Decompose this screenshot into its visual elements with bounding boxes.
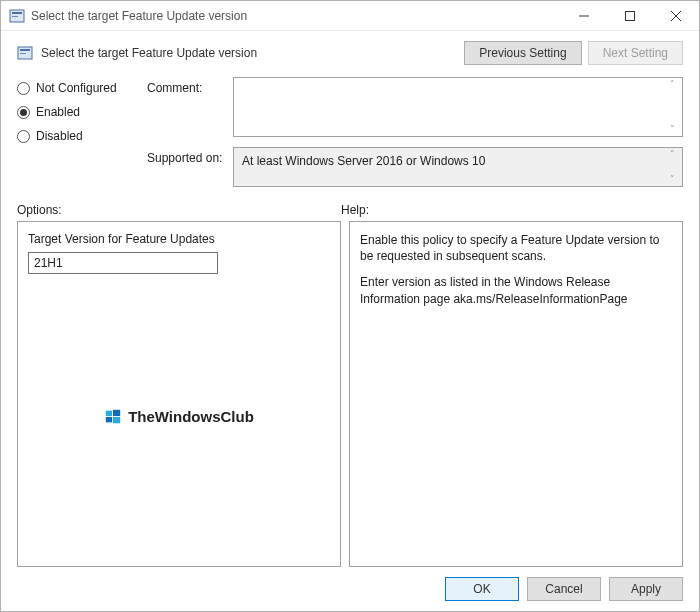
watermark-text: TheWindowsClub (128, 408, 254, 425)
ok-button[interactable]: OK (445, 577, 519, 601)
titlebar: Select the target Feature Update version (1, 1, 699, 31)
dialog-footer: OK Cancel Apply (1, 567, 699, 611)
help-paragraph: Enter version as listed in the Windows R… (360, 274, 672, 306)
supported-label: Supported on: (147, 147, 233, 165)
help-panel: Enable this policy to specify a Feature … (349, 221, 683, 567)
svg-rect-9 (20, 53, 26, 54)
previous-setting-button[interactable]: Previous Setting (464, 41, 581, 65)
svg-rect-2 (12, 16, 18, 17)
radio-icon (17, 130, 30, 143)
radio-label: Enabled (36, 105, 80, 119)
header-row: Select the target Feature Update version… (1, 31, 699, 73)
chevron-up-icon: ˄ (670, 80, 675, 89)
svg-rect-8 (20, 49, 30, 51)
help-heading: Help: (341, 203, 369, 217)
window-title: Select the target Feature Update version (31, 9, 247, 23)
chevron-down-icon: ˅ (670, 125, 675, 134)
radio-disabled[interactable]: Disabled (17, 129, 137, 143)
radio-label: Disabled (36, 129, 83, 143)
policy-icon (17, 45, 33, 61)
windows-flag-icon (104, 408, 122, 426)
comment-textarea[interactable]: ˄˅ (233, 77, 683, 137)
config-row: Not Configured Enabled Disabled Comment:… (1, 73, 699, 197)
state-radio-group: Not Configured Enabled Disabled (17, 77, 137, 197)
maximize-button[interactable] (607, 1, 653, 31)
target-version-label: Target Version for Feature Updates (28, 232, 330, 246)
options-heading: Options: (17, 203, 341, 217)
svg-rect-10 (106, 410, 112, 415)
svg-rect-11 (113, 410, 120, 416)
dialog-window: Select the target Feature Update version… (0, 0, 700, 612)
comment-label: Comment: (147, 77, 233, 95)
radio-label: Not Configured (36, 81, 117, 95)
target-version-input[interactable] (28, 252, 218, 274)
svg-rect-12 (106, 417, 112, 422)
radio-not-configured[interactable]: Not Configured (17, 81, 137, 95)
help-paragraph: Enable this policy to specify a Feature … (360, 232, 672, 264)
supported-value: At least Windows Server 2016 or Windows … (242, 154, 485, 168)
chevron-down-icon: ˅ (670, 175, 675, 184)
close-button[interactable] (653, 1, 699, 31)
supported-on-box: At least Windows Server 2016 or Windows … (233, 147, 683, 187)
minimize-button[interactable] (561, 1, 607, 31)
svg-rect-4 (626, 11, 635, 20)
radio-icon (17, 82, 30, 95)
options-panel: Target Version for Feature Updates TheWi… (17, 221, 341, 567)
apply-button[interactable]: Apply (609, 577, 683, 601)
next-setting-button: Next Setting (588, 41, 683, 65)
policy-icon (9, 8, 25, 24)
chevron-up-icon: ˄ (670, 150, 675, 159)
svg-rect-1 (12, 12, 22, 14)
svg-rect-13 (113, 417, 120, 423)
radio-enabled[interactable]: Enabled (17, 105, 137, 119)
scrollbar[interactable]: ˄˅ (664, 80, 680, 134)
watermark: TheWindowsClub (18, 408, 340, 426)
radio-icon (17, 106, 30, 119)
policy-title: Select the target Feature Update version (41, 46, 257, 60)
scrollbar[interactable]: ˄˅ (664, 150, 680, 184)
cancel-button[interactable]: Cancel (527, 577, 601, 601)
